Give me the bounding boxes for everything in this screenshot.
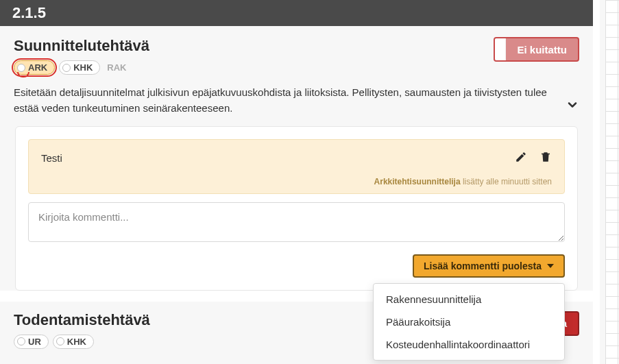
tag-khk-label: KHK: [73, 62, 93, 73]
chevron-down-icon: [566, 102, 579, 114]
trash-icon: [539, 154, 552, 165]
tag-indicator-icon: [17, 337, 25, 345]
comment-author: Arkkitehtisuunnittelija: [374, 177, 461, 186]
caret-down-icon: [547, 264, 554, 268]
tag-indicator-icon: [62, 64, 71, 72]
status-label: Ei kuitattu: [506, 44, 578, 56]
dropdown-option-kosteudenhallinta[interactable]: Kosteudenhallintakoordinaattori: [374, 333, 564, 356]
status-button-not-acknowledged[interactable]: Ei kuitattu: [494, 37, 579, 62]
add-comment-dropdown: Rakennesuunnittelija Pääurakoitsija Kost…: [373, 283, 565, 361]
tag-ur[interactable]: UR: [14, 335, 49, 349]
toggle-indicator-icon: [495, 38, 506, 60]
comment-text: Testi: [41, 152, 62, 164]
tag-khk-verify[interactable]: KHK: [53, 335, 94, 349]
expand-toggle[interactable]: [566, 98, 579, 114]
design-task-section: Suunnittelutehtävä ARK KHK RAK Ei: [0, 26, 593, 291]
header-bar: 2.1.5: [0, 0, 593, 26]
design-task-title: Suunnittelutehtävä: [14, 37, 149, 55]
dropdown-option-paaurakoitsija[interactable]: Pääurakoitsija: [374, 311, 564, 333]
add-comment-label: Lisää kommentti puolesta: [424, 260, 542, 271]
add-comment-as-button[interactable]: Lisää kommentti puolesta: [413, 254, 565, 278]
comment-meta: Arkkitehtisuunnittelija lisätty alle min…: [41, 177, 552, 186]
side-pattern: [600, 0, 619, 364]
main-container: 2.1.5 Suunnittelutehtävä ARK KHK RAK: [0, 0, 593, 364]
comment-item: Testi: [28, 139, 565, 194]
verification-task-title: Todentamistehtävä: [14, 311, 150, 329]
tag-khk-verify-label: KHK: [67, 337, 86, 347]
edit-comment-button[interactable]: [515, 151, 527, 166]
edit-icon: [515, 154, 527, 165]
tag-rak: RAK: [104, 62, 129, 73]
tag-khk[interactable]: KHK: [59, 60, 100, 75]
task-description: Esitetään detaljisuunnitelmat julkisivun…: [14, 84, 557, 126]
tag-indicator-icon: [17, 64, 25, 72]
version-number: 2.1.5: [12, 4, 46, 21]
verify-tag-row: UR KHK: [14, 335, 150, 349]
comments-card: Testi: [15, 126, 578, 291]
delete-comment-button[interactable]: [539, 151, 552, 166]
tag-row: ARK KHK RAK: [14, 60, 149, 75]
tag-ark[interactable]: ARK: [14, 60, 55, 75]
dropdown-option-rakennesuunnittelija[interactable]: Rakennesuunnittelija: [374, 288, 564, 311]
tag-ur-label: UR: [28, 337, 41, 347]
comment-input[interactable]: [28, 202, 565, 242]
tag-indicator-icon: [56, 337, 64, 345]
tag-ark-label: ARK: [28, 62, 47, 73]
comment-time: lisätty alle minuutti sitten: [463, 177, 552, 186]
